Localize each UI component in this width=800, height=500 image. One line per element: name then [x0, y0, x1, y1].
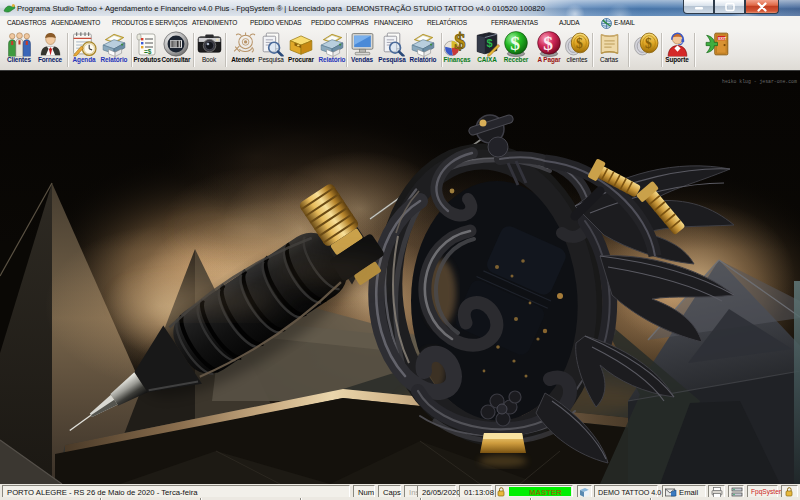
svg-text:heiko klug - jesar-one.com: heiko klug - jesar-one.com [722, 79, 797, 84]
